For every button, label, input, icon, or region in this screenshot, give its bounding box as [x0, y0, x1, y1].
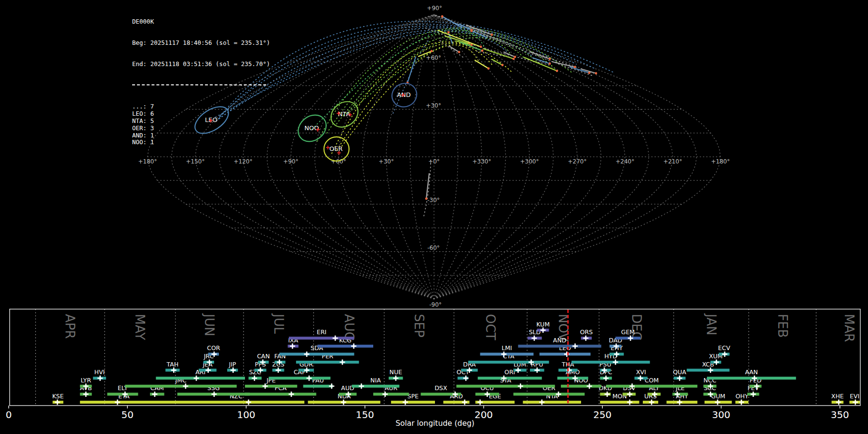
shower-peak-marker-HVI	[97, 376, 103, 381]
shower-label-TAH: TAH	[166, 361, 178, 368]
shower-peak-marker-STA	[518, 383, 523, 389]
longitude-label: +330°	[473, 158, 491, 165]
month-label-JUL: JUL	[271, 313, 286, 334]
shower-bar-ARI	[156, 377, 245, 380]
latitude-label: +30°	[426, 102, 441, 109]
shower-peak-marker-XCB	[708, 367, 713, 373]
meteor-endpoint-dot	[595, 72, 597, 75]
trail-nta	[337, 33, 539, 124]
sky-map-and-activity-plot: +90°-90°+60°+30°-30°-60°+180°+150°+120°+…	[0, 0, 868, 434]
shower-peak-marker-OCT	[463, 376, 469, 381]
meteor-endpoint-dot	[549, 63, 551, 65]
x-tick-label: 250	[593, 409, 611, 420]
month-label-MAY: MAY	[133, 314, 147, 340]
x-tick-label: 350	[831, 409, 849, 420]
latitude-label: +60°	[426, 54, 441, 61]
shower-peak-marker-QUA	[677, 376, 682, 381]
shower-peak-marker-DKD	[605, 392, 610, 397]
meteor-endpoint-dot	[549, 58, 551, 60]
shower-label-KSE: KSE	[52, 393, 64, 400]
shower-peak-marker-KSE	[55, 400, 60, 405]
shower-bar-NTA	[523, 401, 581, 404]
shower-peak-marker-FEV	[751, 392, 756, 397]
shower-peak-marker-SDA	[304, 352, 310, 357]
shower-XVI: XVI	[635, 368, 648, 381]
latitude-label: -30°	[427, 197, 440, 203]
shower-label-KUM: KUM	[536, 321, 550, 328]
shower-peak-marker-ARI	[194, 376, 199, 381]
shower-peak-marker-ERI	[333, 336, 338, 341]
shower-peak-marker-XUM	[714, 360, 719, 365]
meridian-line	[267, 14, 434, 299]
meteor-endpoint-dot	[458, 51, 461, 54]
shower-EVI: EVI	[850, 393, 860, 405]
meteor-endpoint-dot	[514, 56, 516, 58]
shower-peak-marker-GUM	[715, 400, 720, 405]
shower-bar-STA	[456, 385, 555, 388]
shower-peak-marker-PER	[340, 360, 345, 365]
shower-bar-CTA	[468, 361, 549, 364]
shower-label-NUE: NUE	[390, 368, 402, 376]
meridian-line	[434, 14, 601, 299]
shower-peak-marker-XVI	[638, 376, 643, 381]
shower-peak-marker-EGE	[477, 400, 483, 405]
shower-count-list: ...: 7LEO: 6NTA: 5OER: 3AND: 1NOO: 1	[132, 103, 270, 146]
shower-label-JIP: JIP	[229, 361, 236, 368]
month-label-SEP: SEP	[412, 314, 426, 338]
shower-label-XVI: XVI	[636, 368, 646, 376]
longitude-label: +210°	[664, 158, 682, 165]
meteor-endpoint-dot	[471, 30, 473, 32]
shower-bar-AND	[518, 345, 601, 348]
shower-label-HVI: HVI	[95, 368, 105, 376]
x-tick-label: 150	[356, 409, 374, 420]
shower-peak-marker-NTA	[539, 400, 544, 405]
shower-bar-LMI	[480, 353, 534, 355]
shower-peak-marker-MON	[627, 400, 632, 405]
shower-ORS: ORS	[580, 328, 593, 341]
north-pole-label: +90°	[427, 5, 442, 12]
shower-CAN: CAN	[257, 353, 270, 365]
shower-label-ECV: ECV	[718, 344, 731, 352]
count-line: AND: 1	[132, 132, 270, 139]
shower-bars: KSEETANZCNDASPEARDEGENTAMONURSAHYGUMOHYX…	[52, 321, 860, 405]
meteor-endpoint-dot	[481, 50, 484, 52]
shower-peak-marker-NUE	[393, 376, 398, 381]
meteor-trails	[216, 15, 613, 218]
shower-label-ERI: ERI	[317, 328, 326, 336]
south-pole-label: -90°	[429, 301, 442, 308]
shower-bar-PER	[296, 361, 359, 364]
shower-label-CAN: CAN	[257, 353, 270, 360]
shower-LYR: LYR	[80, 377, 92, 389]
shower-peak-marker-NDA	[341, 400, 346, 405]
count-line: ...: 7	[132, 103, 270, 110]
longitude-label: +240°	[616, 158, 635, 165]
meteor-oer	[438, 30, 481, 47]
meteor-endpoint-dot	[491, 34, 493, 36]
month-label-DEC: DEC	[629, 314, 644, 340]
shower-bar-JPE	[245, 385, 297, 388]
shower-XHE: XHE	[831, 393, 844, 405]
shower-label-DSX: DSX	[434, 384, 448, 392]
shower-bar-SPE	[391, 401, 435, 404]
shower-bar-SDA	[279, 353, 354, 355]
trail-nta	[349, 38, 510, 112]
shower-peak-marker-NZC	[246, 400, 251, 405]
shower-bar-CAP	[269, 377, 330, 380]
shower-label-OHY: OHY	[735, 393, 748, 400]
shower-HVI: HVI	[93, 368, 106, 381]
shower-label-LMI: LMI	[502, 344, 512, 352]
shower-bar-MON	[600, 401, 639, 404]
shower-label-SPE: SPE	[407, 393, 419, 400]
shower-OHY: OHY	[735, 393, 748, 405]
shower-peak-marker-PCA	[289, 392, 294, 397]
radiant-label-NOO: NOO	[304, 124, 319, 132]
x-tick-label: 50	[122, 409, 134, 420]
shower-peak-marker-SPE	[403, 400, 408, 405]
shower-peak-marker-ARD	[462, 400, 467, 405]
trail-leo	[218, 24, 596, 119]
shower-peak-marker-JMC	[183, 383, 188, 389]
x-tick-label: 200	[475, 409, 493, 420]
shower-peak-marker-LUM	[515, 367, 521, 373]
longitude-label: +270°	[568, 158, 587, 165]
month-label-JAN: JAN	[704, 313, 719, 335]
